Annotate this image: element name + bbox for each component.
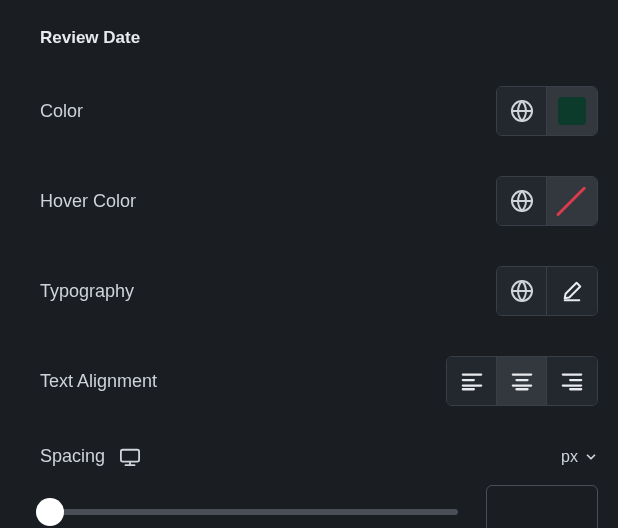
row-typography: Typography: [40, 266, 598, 316]
typography-control-group: [496, 266, 598, 316]
label-alignment: Text Alignment: [40, 371, 157, 392]
hover-color-swatch-button[interactable]: [547, 177, 597, 225]
svg-rect-19: [121, 449, 139, 461]
align-left-button[interactable]: [447, 357, 497, 405]
row-hover-color: Hover Color: [40, 176, 598, 226]
edit-typography-button[interactable]: [547, 267, 597, 315]
label-hover-color: Hover Color: [40, 191, 136, 212]
unit-selector[interactable]: px: [561, 448, 598, 466]
hover-color-control-group: [496, 176, 598, 226]
spacing-slider[interactable]: [40, 509, 458, 515]
align-center-button[interactable]: [497, 357, 547, 405]
row-alignment: Text Alignment: [40, 356, 598, 406]
unit-text: px: [561, 448, 578, 466]
align-right-button[interactable]: [547, 357, 597, 405]
row-color: Color: [40, 86, 598, 136]
row-spacing: Spacing px: [40, 446, 598, 467]
align-center-icon: [511, 371, 533, 391]
global-typography-button[interactable]: [497, 267, 547, 315]
align-left-icon: [461, 371, 483, 391]
label-typography: Typography: [40, 281, 134, 302]
spacing-slider-row: [40, 485, 598, 528]
spacing-label-text: Spacing: [40, 446, 105, 467]
globe-icon: [510, 99, 534, 123]
label-color: Color: [40, 101, 83, 122]
color-swatch-button[interactable]: [547, 87, 597, 135]
align-right-icon: [561, 371, 583, 391]
color-swatch: [558, 97, 586, 125]
alignment-group: [446, 356, 598, 406]
global-hover-color-button[interactable]: [497, 177, 547, 225]
desktop-icon[interactable]: [119, 447, 141, 467]
pencil-icon: [561, 280, 583, 302]
chevron-down-icon: [584, 450, 598, 464]
section-title: Review Date: [40, 28, 598, 48]
global-color-button[interactable]: [497, 87, 547, 135]
globe-icon: [510, 189, 534, 213]
spacing-slider-thumb[interactable]: [36, 498, 64, 526]
globe-icon: [510, 279, 534, 303]
no-color-icon: [555, 184, 589, 218]
spacing-value-input[interactable]: [486, 485, 598, 528]
color-control-group: [496, 86, 598, 136]
label-spacing: Spacing: [40, 446, 141, 467]
